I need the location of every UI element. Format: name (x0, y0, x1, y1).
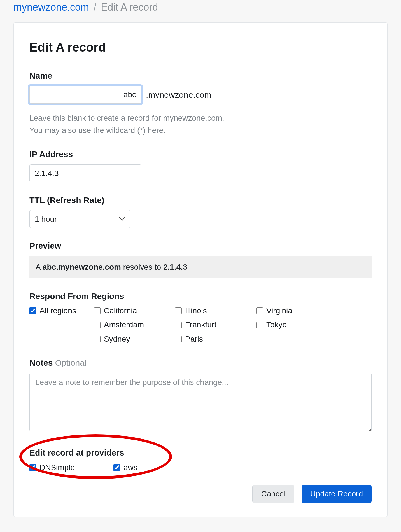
region-illinois[interactable]: Illinois (175, 305, 256, 317)
region-virginia[interactable]: Virginia (256, 305, 329, 317)
ip-input[interactable] (29, 164, 141, 182)
region-paris-checkbox[interactable] (175, 336, 182, 342)
region-frankfurt-checkbox[interactable] (175, 322, 182, 328)
provider-dnsimple[interactable]: DNSimple (29, 462, 113, 473)
region-all[interactable]: All regions (29, 305, 94, 317)
region-frankfurt[interactable]: Frankfurt (175, 319, 256, 331)
name-hint-line2: You may also use the wildcard (*) here. (29, 124, 372, 136)
region-amsterdam-label: Amsterdam (104, 319, 144, 331)
provider-aws-label: aws (123, 462, 137, 473)
ttl-label: TTL (Refresh Rate) (29, 194, 372, 206)
region-illinois-label: Illinois (185, 305, 207, 317)
update-record-button[interactable]: Update Record (302, 485, 372, 503)
provider-dnsimple-label: DNSimple (39, 462, 75, 473)
region-tokyo-checkbox[interactable] (256, 322, 263, 328)
field-regions: Respond From Regions All regions Califor… (29, 290, 372, 345)
ip-label: IP Address (29, 148, 372, 160)
region-california[interactable]: California (94, 305, 175, 317)
preview-target: 2.1.4.3 (163, 263, 187, 271)
region-tokyo-label: Tokyo (266, 319, 287, 331)
field-preview: Preview A abc.mynewzone.com resolves to … (29, 240, 372, 278)
notes-textarea[interactable] (29, 373, 372, 431)
field-ip: IP Address (29, 148, 372, 182)
preview-host: abc.mynewzone.com (43, 263, 121, 271)
notes-label-wrap: Notes Optional (29, 357, 372, 369)
regions-label: Respond From Regions (29, 290, 372, 302)
providers-label: Edit record at providers (29, 447, 372, 459)
region-paris[interactable]: Paris (175, 333, 256, 345)
name-domain-suffix: .mynewzone.com (146, 89, 211, 101)
regions-grid: All regions California Illinois Virginia (29, 305, 372, 345)
field-name: Name .mynewzone.com Leave this blank to … (29, 70, 372, 136)
region-frankfurt-label: Frankfurt (185, 319, 216, 331)
field-ttl: TTL (Refresh Rate) 1 hour (29, 194, 372, 228)
notes-label: Notes (29, 358, 53, 367)
breadcrumb: mynewzone.com / Edit A record (13, 0, 388, 22)
name-input[interactable] (29, 86, 141, 104)
region-sydney[interactable]: Sydney (94, 333, 175, 345)
region-illinois-checkbox[interactable] (175, 307, 182, 314)
page-title: Edit A record (29, 38, 372, 56)
breadcrumb-domain-link[interactable]: mynewzone.com (13, 1, 89, 13)
provider-dnsimple-checkbox[interactable] (29, 464, 36, 471)
name-hint-line1: Leave this blank to create a record for … (29, 112, 372, 124)
name-hint: Leave this blank to create a record for … (29, 112, 372, 136)
region-paris-label: Paris (185, 333, 203, 345)
provider-aws-checkbox[interactable] (113, 464, 120, 471)
region-virginia-label: Virginia (266, 305, 292, 317)
field-providers: Edit record at providers DNSimple aws (29, 447, 372, 473)
name-label: Name (29, 70, 372, 82)
provider-aws[interactable]: aws (113, 462, 197, 473)
notes-optional: Optional (55, 358, 87, 367)
region-california-checkbox[interactable] (94, 307, 101, 314)
region-all-label: All regions (39, 305, 76, 317)
region-california-label: California (104, 305, 137, 317)
edit-record-card: Edit A record Name .mynewzone.com Leave … (13, 22, 388, 517)
region-amsterdam[interactable]: Amsterdam (94, 319, 175, 331)
region-tokyo[interactable]: Tokyo (256, 319, 329, 331)
field-notes: Notes Optional (29, 357, 372, 435)
breadcrumb-page: Edit A record (101, 1, 158, 13)
region-virginia-checkbox[interactable] (256, 307, 263, 314)
preview-prefix: A (36, 263, 43, 271)
region-sydney-checkbox[interactable] (94, 336, 101, 342)
cancel-button[interactable]: Cancel (252, 485, 294, 503)
actions-row: Cancel Update Record (29, 485, 372, 503)
preview-label: Preview (29, 240, 372, 252)
ttl-select[interactable]: 1 hour (29, 210, 130, 228)
breadcrumb-separator: / (94, 1, 96, 13)
region-sydney-label: Sydney (104, 333, 130, 345)
preview-mid: resolves to (121, 263, 163, 271)
region-amsterdam-checkbox[interactable] (94, 322, 101, 328)
region-all-checkbox[interactable] (29, 307, 36, 314)
preview-box: A abc.mynewzone.com resolves to 2.1.4.3 (29, 256, 372, 279)
